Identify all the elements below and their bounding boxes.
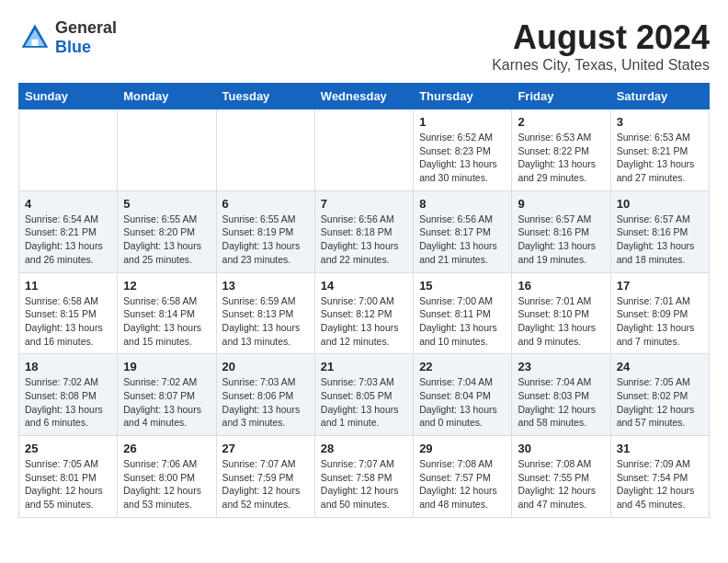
- logo: General Blue: [18, 18, 117, 57]
- day-number: 11: [25, 279, 111, 293]
- day-info: Sunrise: 7:04 AMSunset: 8:03 PMDaylight:…: [518, 376, 596, 428]
- calendar-cell: 3 Sunrise: 6:53 AMSunset: 8:21 PMDayligh…: [610, 109, 709, 191]
- calendar-cell: 18 Sunrise: 7:02 AMSunset: 8:08 PMDaylig…: [19, 354, 118, 436]
- day-info: Sunrise: 6:56 AMSunset: 8:18 PMDaylight:…: [321, 213, 399, 265]
- weekday-header-saturday: Saturday: [610, 84, 709, 109]
- weekday-header-wednesday: Wednesday: [314, 84, 413, 109]
- page-header: General Blue August 2024 Karnes City, Te…: [18, 18, 710, 74]
- calendar-cell: [19, 109, 118, 191]
- calendar-cell: 7 Sunrise: 6:56 AMSunset: 8:18 PMDayligh…: [314, 190, 413, 272]
- day-info: Sunrise: 6:58 AMSunset: 8:15 PMDaylight:…: [25, 295, 103, 347]
- calendar-cell: 28 Sunrise: 7:07 AMSunset: 7:58 PMDaylig…: [314, 436, 413, 518]
- day-number: 16: [518, 279, 604, 293]
- calendar-cell: 26 Sunrise: 7:06 AMSunset: 8:00 PMDaylig…: [118, 436, 216, 518]
- day-number: 2: [518, 115, 604, 129]
- calendar-cell: 29 Sunrise: 7:08 AMSunset: 7:57 PMDaylig…: [414, 436, 512, 518]
- day-info: Sunrise: 7:03 AMSunset: 8:06 PMDaylight:…: [222, 376, 301, 428]
- day-number: 1: [419, 115, 506, 129]
- calendar-week-row: 18 Sunrise: 7:02 AMSunset: 8:08 PMDaylig…: [19, 354, 710, 436]
- day-number: 3: [617, 115, 703, 129]
- weekday-header-thursday: Thursday: [414, 84, 512, 109]
- day-info: Sunrise: 6:54 AMSunset: 8:21 PMDaylight:…: [25, 213, 103, 265]
- calendar-cell: 11 Sunrise: 6:58 AMSunset: 8:15 PMDaylig…: [19, 272, 118, 354]
- weekday-header-row: SundayMondayTuesdayWednesdayThursdayFrid…: [19, 84, 710, 109]
- day-info: Sunrise: 6:55 AMSunset: 8:20 PMDaylight:…: [123, 213, 201, 265]
- day-info: Sunrise: 6:58 AMSunset: 8:14 PMDaylight:…: [123, 295, 201, 347]
- day-number: 5: [123, 197, 210, 211]
- day-info: Sunrise: 7:05 AMSunset: 8:02 PMDaylight:…: [617, 376, 695, 428]
- day-info: Sunrise: 7:07 AMSunset: 7:58 PMDaylight:…: [321, 458, 399, 510]
- day-number: 14: [321, 279, 407, 293]
- calendar-table: SundayMondayTuesdayWednesdayThursdayFrid…: [18, 83, 710, 518]
- day-number: 15: [419, 279, 506, 293]
- day-number: 24: [617, 360, 703, 373]
- day-number: 20: [222, 360, 309, 373]
- weekday-header-tuesday: Tuesday: [216, 84, 314, 109]
- calendar-cell: 10 Sunrise: 6:57 AMSunset: 8:16 PMDaylig…: [610, 190, 709, 272]
- day-info: Sunrise: 6:56 AMSunset: 8:17 PMDaylight:…: [419, 213, 497, 265]
- calendar-cell: 16 Sunrise: 7:01 AMSunset: 8:10 PMDaylig…: [512, 272, 610, 354]
- day-info: Sunrise: 6:53 AMSunset: 8:21 PMDaylight:…: [617, 132, 695, 183]
- calendar-cell: [314, 109, 413, 191]
- day-info: Sunrise: 7:09 AMSunset: 7:54 PMDaylight:…: [617, 458, 695, 510]
- logo-icon: [18, 21, 51, 54]
- calendar-cell: 25 Sunrise: 7:05 AMSunset: 8:01 PMDaylig…: [19, 436, 118, 518]
- month-title: August 2024: [492, 18, 710, 57]
- calendar-week-row: 1 Sunrise: 6:52 AMSunset: 8:23 PMDayligh…: [19, 109, 710, 191]
- day-number: 13: [222, 279, 309, 293]
- weekday-header-sunday: Sunday: [19, 84, 118, 109]
- calendar-cell: 24 Sunrise: 7:05 AMSunset: 8:02 PMDaylig…: [610, 354, 709, 436]
- calendar-cell: 31 Sunrise: 7:09 AMSunset: 7:54 PMDaylig…: [610, 436, 709, 518]
- calendar-cell: 21 Sunrise: 7:03 AMSunset: 8:05 PMDaylig…: [314, 354, 413, 436]
- calendar-cell: 14 Sunrise: 7:00 AMSunset: 8:12 PMDaylig…: [314, 272, 413, 354]
- day-info: Sunrise: 6:57 AMSunset: 8:16 PMDaylight:…: [518, 213, 596, 265]
- svg-rect-2: [31, 40, 38, 46]
- calendar-cell: [118, 109, 216, 191]
- calendar-cell: 4 Sunrise: 6:54 AMSunset: 8:21 PMDayligh…: [19, 190, 118, 272]
- location: Karnes City, Texas, United States: [492, 57, 710, 74]
- calendar-cell: 12 Sunrise: 6:58 AMSunset: 8:14 PMDaylig…: [118, 272, 216, 354]
- calendar-cell: 6 Sunrise: 6:55 AMSunset: 8:19 PMDayligh…: [216, 190, 314, 272]
- calendar-cell: 5 Sunrise: 6:55 AMSunset: 8:20 PMDayligh…: [118, 190, 216, 272]
- calendar-cell: [216, 109, 314, 191]
- day-info: Sunrise: 6:55 AMSunset: 8:19 PMDaylight:…: [222, 213, 301, 265]
- day-info: Sunrise: 7:06 AMSunset: 8:00 PMDaylight:…: [123, 458, 201, 510]
- calendar-cell: 23 Sunrise: 7:04 AMSunset: 8:03 PMDaylig…: [512, 354, 610, 436]
- calendar-cell: 1 Sunrise: 6:52 AMSunset: 8:23 PMDayligh…: [414, 109, 512, 191]
- weekday-header-friday: Friday: [512, 84, 610, 109]
- day-number: 31: [617, 442, 703, 455]
- calendar-cell: 8 Sunrise: 6:56 AMSunset: 8:17 PMDayligh…: [414, 190, 512, 272]
- day-info: Sunrise: 7:01 AMSunset: 8:10 PMDaylight:…: [518, 295, 596, 347]
- day-number: 22: [419, 360, 506, 373]
- calendar-cell: 9 Sunrise: 6:57 AMSunset: 8:16 PMDayligh…: [512, 190, 610, 272]
- calendar-cell: 22 Sunrise: 7:04 AMSunset: 8:04 PMDaylig…: [414, 354, 512, 436]
- day-number: 18: [25, 360, 111, 373]
- day-number: 21: [321, 360, 407, 373]
- day-info: Sunrise: 7:02 AMSunset: 8:08 PMDaylight:…: [25, 376, 103, 428]
- logo-text: General Blue: [55, 18, 117, 57]
- day-number: 30: [518, 442, 604, 455]
- day-info: Sunrise: 6:52 AMSunset: 8:23 PMDaylight:…: [419, 132, 497, 183]
- day-number: 19: [123, 360, 210, 373]
- day-number: 6: [222, 197, 309, 211]
- calendar-cell: 17 Sunrise: 7:01 AMSunset: 8:09 PMDaylig…: [610, 272, 709, 354]
- day-number: 9: [518, 197, 604, 211]
- calendar-cell: 20 Sunrise: 7:03 AMSunset: 8:06 PMDaylig…: [216, 354, 314, 436]
- day-number: 12: [123, 279, 210, 293]
- day-info: Sunrise: 7:01 AMSunset: 8:09 PMDaylight:…: [617, 295, 695, 347]
- calendar-week-row: 4 Sunrise: 6:54 AMSunset: 8:21 PMDayligh…: [19, 190, 710, 272]
- title-block: August 2024 Karnes City, Texas, United S…: [492, 18, 710, 74]
- weekday-header-monday: Monday: [118, 84, 216, 109]
- calendar-cell: 13 Sunrise: 6:59 AMSunset: 8:13 PMDaylig…: [216, 272, 314, 354]
- day-info: Sunrise: 7:08 AMSunset: 7:57 PMDaylight:…: [419, 458, 497, 510]
- day-number: 28: [321, 442, 407, 455]
- day-number: 4: [25, 197, 111, 211]
- calendar-week-row: 25 Sunrise: 7:05 AMSunset: 8:01 PMDaylig…: [19, 436, 710, 518]
- day-number: 8: [419, 197, 506, 211]
- day-info: Sunrise: 7:00 AMSunset: 8:11 PMDaylight:…: [419, 295, 497, 347]
- calendar-cell: 2 Sunrise: 6:53 AMSunset: 8:22 PMDayligh…: [512, 109, 610, 191]
- logo-blue: Blue: [55, 38, 117, 57]
- day-number: 17: [617, 279, 703, 293]
- day-info: Sunrise: 6:59 AMSunset: 8:13 PMDaylight:…: [222, 295, 301, 347]
- day-info: Sunrise: 7:04 AMSunset: 8:04 PMDaylight:…: [419, 376, 497, 428]
